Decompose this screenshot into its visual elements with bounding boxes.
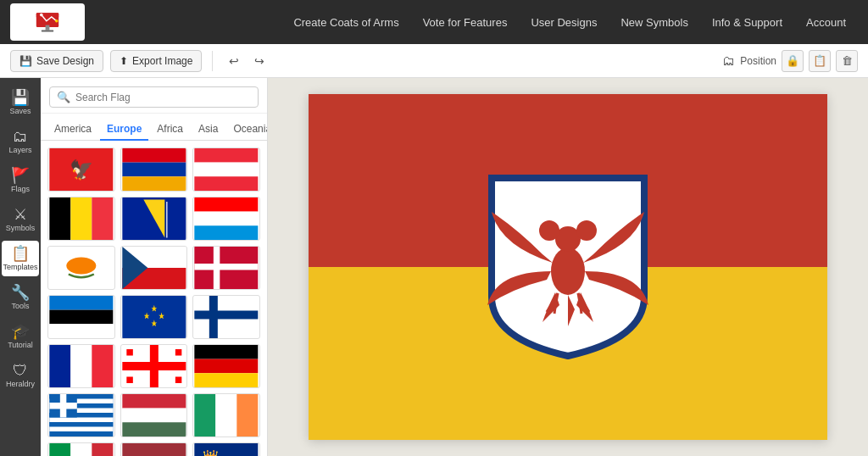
svg-point-25 bbox=[66, 258, 96, 275]
redo-button[interactable]: ↪ bbox=[248, 50, 270, 72]
sidebar-item-flags[interactable]: 🚩 Flags bbox=[2, 163, 39, 198]
symbols-icon: ⚔ bbox=[14, 207, 27, 222]
flag-albania[interactable]: 🦅 bbox=[47, 147, 115, 192]
coat-of-arms bbox=[483, 170, 653, 364]
export-image-button[interactable]: ⬆ Export Image bbox=[110, 50, 202, 72]
sidebar-item-layers[interactable]: 🗂 Layers bbox=[2, 124, 39, 159]
flag-bosnia[interactable] bbox=[120, 197, 188, 241]
svg-rect-53 bbox=[195, 345, 259, 359]
svg-rect-2 bbox=[36, 13, 58, 18]
tab-oceania[interactable]: Oceania bbox=[226, 119, 268, 141]
svg-rect-73 bbox=[237, 394, 259, 437]
position-area: 🗂 Position 🔒 📋 🗑 bbox=[722, 50, 858, 72]
nav-account[interactable]: Account bbox=[794, 0, 858, 44]
sidebar-item-tutorial[interactable]: 🎓 Tutorial bbox=[2, 319, 39, 354]
flag-france[interactable] bbox=[47, 344, 115, 388]
top-navigation: Create Coats of Arms Vote for Features U… bbox=[0, 0, 868, 44]
side-icon-bar: 💾 Saves 🗂 Layers 🚩 Flags ⚔ Symbols 📋 Tem… bbox=[0, 78, 41, 456]
position-delete-button[interactable]: 🗑 bbox=[836, 50, 858, 72]
nav-vote-features[interactable]: Vote for Features bbox=[411, 0, 520, 44]
svg-text:🦅: 🦅 bbox=[70, 158, 94, 181]
toolbar-left: 💾 Save Design ⬆ Export Image ↩ ↪ bbox=[10, 50, 715, 72]
save-design-button[interactable]: 💾 Save Design bbox=[10, 50, 103, 72]
svg-rect-34 bbox=[49, 324, 113, 338]
position-lock-button[interactable]: 🔒 bbox=[782, 50, 804, 72]
tutorial-icon: 🎓 bbox=[11, 324, 30, 339]
flag-czech[interactable] bbox=[120, 246, 188, 290]
svg-rect-70 bbox=[122, 422, 186, 437]
flag-austria[interactable] bbox=[192, 147, 260, 192]
svg-rect-63 bbox=[49, 422, 113, 427]
flag-italy[interactable] bbox=[47, 442, 115, 456]
svg-rect-43 bbox=[49, 345, 70, 387]
svg-rect-44 bbox=[70, 345, 92, 387]
flag-finland[interactable] bbox=[192, 295, 260, 339]
search-input[interactable] bbox=[75, 92, 251, 103]
svg-point-93 bbox=[551, 247, 585, 295]
main-layout: 💾 Saves 🗂 Layers 🚩 Flags ⚔ Symbols 📋 Tem… bbox=[0, 78, 868, 456]
svg-rect-16 bbox=[70, 197, 92, 240]
undo-redo-group: ↩ ↪ bbox=[223, 50, 270, 72]
svg-rect-33 bbox=[49, 310, 113, 325]
flag-germany[interactable] bbox=[192, 344, 260, 388]
sidebar-item-symbols[interactable]: ⚔ Symbols bbox=[2, 202, 39, 237]
svg-rect-14 bbox=[195, 176, 259, 191]
svg-point-4 bbox=[55, 19, 58, 23]
flag-belgium[interactable] bbox=[47, 197, 115, 241]
position-label: Position bbox=[740, 55, 776, 67]
export-label: Export Image bbox=[132, 55, 192, 67]
svg-rect-51 bbox=[126, 377, 133, 384]
svg-rect-23 bbox=[195, 225, 259, 240]
flag-hungary[interactable] bbox=[120, 393, 188, 437]
logo-icon bbox=[32, 7, 63, 37]
heraldry-label: Heraldry bbox=[6, 380, 35, 388]
sidebar-item-heraldry[interactable]: 🛡 Heraldry bbox=[2, 358, 39, 393]
svg-rect-42 bbox=[195, 311, 259, 320]
flag-georgia[interactable] bbox=[120, 344, 188, 388]
flag-cyprus[interactable] bbox=[47, 246, 115, 290]
svg-rect-71 bbox=[195, 394, 216, 437]
nav-create-coats[interactable]: Create Coats of Arms bbox=[281, 0, 410, 44]
svg-point-3 bbox=[40, 14, 43, 17]
tab-europe[interactable]: Europe bbox=[100, 119, 148, 141]
shield-svg bbox=[483, 170, 653, 364]
search-area: 🔍 bbox=[41, 78, 267, 114]
flag-armenia[interactable] bbox=[120, 147, 188, 192]
templates-icon: 📋 bbox=[11, 246, 30, 261]
sidebar-item-saves[interactable]: 💾 Saves bbox=[2, 85, 39, 120]
flag-denmark[interactable] bbox=[192, 246, 260, 290]
flag-croatia[interactable] bbox=[192, 197, 260, 241]
svg-rect-35 bbox=[122, 296, 186, 338]
save-label: Save Design bbox=[36, 55, 94, 67]
nav-new-symbols[interactable]: New Symbols bbox=[609, 0, 699, 44]
sidebar-item-tools[interactable]: 🔧 Tools bbox=[2, 280, 39, 315]
tab-america[interactable]: America bbox=[47, 119, 98, 141]
flag-ireland[interactable] bbox=[192, 393, 260, 437]
flag-eu[interactable] bbox=[120, 295, 188, 339]
svg-rect-32 bbox=[49, 296, 113, 310]
region-tabs: America Europe Africa Asia Oceania bbox=[41, 114, 267, 141]
flag-latvia[interactable] bbox=[120, 442, 188, 456]
templates-label: Templates bbox=[3, 263, 37, 271]
svg-rect-49 bbox=[126, 349, 133, 356]
tab-asia[interactable]: Asia bbox=[192, 119, 225, 141]
position-copy-button[interactable]: 📋 bbox=[809, 50, 831, 72]
nav-info-support[interactable]: Info & Support bbox=[700, 0, 794, 44]
svg-rect-68 bbox=[122, 394, 186, 409]
layers-icon: 🗂 bbox=[13, 129, 28, 144]
tab-africa[interactable]: Africa bbox=[150, 119, 190, 141]
nav-user-designs[interactable]: User Designs bbox=[519, 0, 609, 44]
flag-greece[interactable] bbox=[47, 393, 115, 437]
symbols-label: Symbols bbox=[6, 224, 36, 232]
saves-label: Saves bbox=[9, 107, 31, 115]
svg-rect-48 bbox=[122, 362, 186, 370]
svg-rect-21 bbox=[195, 197, 259, 212]
svg-text:👑: 👑 bbox=[203, 449, 220, 456]
svg-rect-74 bbox=[49, 443, 70, 456]
svg-rect-54 bbox=[195, 359, 259, 374]
undo-button[interactable]: ↩ bbox=[223, 50, 245, 72]
flag-liechtenstein[interactable]: 👑 bbox=[192, 442, 260, 456]
sidebar-item-templates[interactable]: 📋 Templates bbox=[2, 241, 39, 276]
flag-estonia[interactable] bbox=[47, 295, 115, 339]
svg-rect-69 bbox=[122, 409, 186, 423]
